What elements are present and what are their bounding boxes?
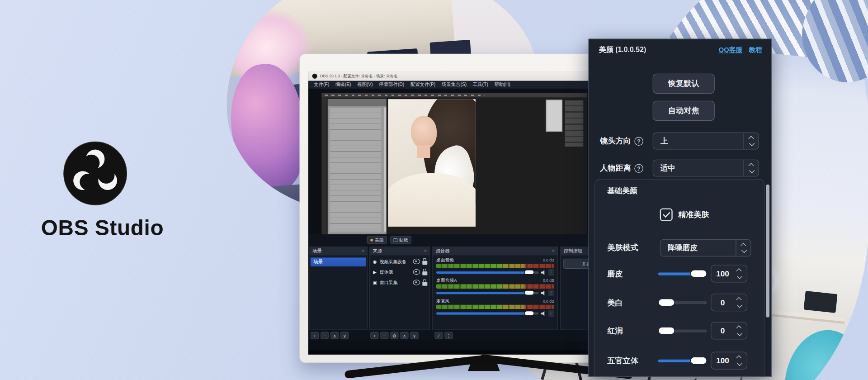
help-icon[interactable]: ? [634,137,643,146]
add-scene-button[interactable]: + [311,332,319,339]
add-source-button[interactable]: + [370,332,378,339]
source-row[interactable]: ▣ 窗口采集 [372,278,427,287]
whitening-value-box[interactable]: 0 [711,294,747,311]
slider-handle[interactable] [690,270,707,277]
restore-defaults-button[interactable]: 恢复默认 [653,74,715,94]
remove-source-button[interactable]: − [380,332,388,339]
scene-list-item[interactable]: 场景 [311,257,366,266]
source-down-button[interactable]: ∨ [410,332,418,339]
mixer-channel: 桌面音频A 0.0 dB ⋮ [436,277,554,296]
dock-menu-icon[interactable]: ≡ [362,249,364,254]
obs-studio-wordmark: OBS Studio [22,216,183,241]
volume-slider-handle[interactable] [524,311,534,316]
source-row[interactable]: ▶ 媒体源 [372,267,427,276]
slider-handle[interactable] [658,299,675,306]
channel-options-icon[interactable]: ⋮ [548,269,554,276]
select-stepper[interactable] [743,160,758,176]
face-definition-slider[interactable] [658,360,707,362]
visibility-eye-icon[interactable] [413,280,420,285]
chevron-up-icon [736,355,741,361]
source-up-button[interactable]: ∧ [400,332,408,339]
value-stepper[interactable] [734,326,747,336]
menu-tools[interactable]: 工具(T) [473,81,488,88]
menu-view[interactable]: 视图(V) [357,81,373,88]
lock-icon[interactable] [422,282,427,286]
volume-slider[interactable] [436,292,539,294]
volume-slider-handle[interactable] [524,270,534,275]
precise-skin-checkbox-row[interactable]: 精准美肤 [660,208,709,221]
value-stepper[interactable] [734,269,747,279]
volume-slider[interactable] [436,313,539,315]
source-row[interactable]: ◉ 视频采集设备 [372,257,427,266]
beauty-chip-button[interactable]: 美颜 [367,236,387,244]
lock-icon[interactable] [422,261,427,265]
chevron-up-icon [748,136,754,141]
basic-beauty-title: 基础美颜 [607,186,637,196]
skin-mode-select[interactable]: 降噪磨皮 [660,239,751,256]
volume-slider[interactable] [436,271,539,274]
panel-scrollbar[interactable] [766,185,769,318]
dock-menu-icon[interactable]: ≡ [424,249,427,254]
select-stepper[interactable] [743,133,758,149]
mixer-options-button[interactable]: ⋮ [444,332,453,339]
sticker-chip-button[interactable]: 贴纸 [390,236,411,244]
person-distance-label: 人物距离 ? [600,160,643,177]
rosiness-slider-row: 红润 0 [595,322,765,341]
rosiness-value-box[interactable]: 0 [711,322,747,339]
menu-help[interactable]: 帮助(H) [494,81,510,88]
visibility-eye-icon[interactable] [413,259,420,264]
lock-icon[interactable] [422,271,427,275]
scenes-dock-header: 场景 ≡ [309,247,367,255]
menu-file[interactable]: 文件(F) [314,81,329,88]
portrait-neck [417,145,430,158]
menu-scene-collection[interactable]: 场景集合(S) [442,81,467,88]
help-icon[interactable]: ? [634,164,643,173]
captured-panel-header [328,100,387,106]
scene-down-button[interactable]: ∨ [340,332,349,339]
mixer-dock: 混音器 ≡ 桌面音频 0.0 dB ⋮ [432,247,558,330]
rosiness-slider[interactable] [658,330,707,332]
chevron-up-icon [736,268,741,274]
camera-direction-select[interactable]: 上 [653,133,759,150]
scene-up-button[interactable]: ∧ [330,332,339,339]
chevron-down-icon [736,274,742,279]
speaker-icon[interactable] [541,290,546,295]
slider-handle[interactable] [690,357,707,365]
chevron-up-icon [736,325,741,331]
channel-options-icon[interactable]: ⋮ [548,310,554,317]
speaker-icon[interactable] [541,270,546,275]
smoothing-slider[interactable] [658,272,707,275]
menu-edit[interactable]: 编辑(E) [335,81,351,88]
slider-handle[interactable] [658,327,675,334]
chevron-down-icon [749,168,754,173]
channel-options-icon[interactable]: ⋮ [548,290,554,296]
autofocus-button[interactable]: 自动对焦 [653,101,715,121]
value-stepper[interactable] [734,298,747,308]
remove-scene-button[interactable]: − [321,332,329,339]
whitening-slider[interactable] [658,301,707,304]
smoothing-slider-row: 磨皮 100 [595,265,765,284]
beauty-panel-header: 美颜 (1.0.0.52) QQ客服 教程 [589,39,771,55]
captured-side-panels [564,100,584,147]
select-stepper[interactable] [736,240,750,256]
tutorial-link[interactable]: 教程 [749,45,762,55]
visibility-eye-icon[interactable] [413,269,420,275]
desktop-background: OBS Studio OBS 29.1.3 - 配置文件: 未命名 - 场景: … [0,0,868,380]
menu-docks[interactable]: 停靠部件(D) [379,81,404,88]
chevron-down-icon [736,302,742,308]
menu-profile[interactable]: 配置文件(P) [410,81,436,88]
audio-level-meter [436,284,554,289]
face-definition-value-box[interactable]: 100 [711,352,747,370]
speaker-icon[interactable] [541,311,546,316]
source-properties-button[interactable]: ⚙ [390,332,398,339]
dock-menu-icon[interactable]: ≡ [552,249,555,254]
person-distance-select[interactable]: 适中 [653,160,759,177]
mixer-filter-button[interactable]: ∕ [434,332,443,339]
obs-logo-icon [62,140,128,207]
qq-support-link[interactable]: QQ客服 [719,45,742,55]
value-stepper[interactable] [734,356,747,366]
chevron-up-icon [736,297,741,303]
checkbox-checked-icon[interactable] [660,208,673,221]
volume-slider-handle[interactable] [524,290,534,295]
smoothing-value-box[interactable]: 100 [711,265,747,282]
